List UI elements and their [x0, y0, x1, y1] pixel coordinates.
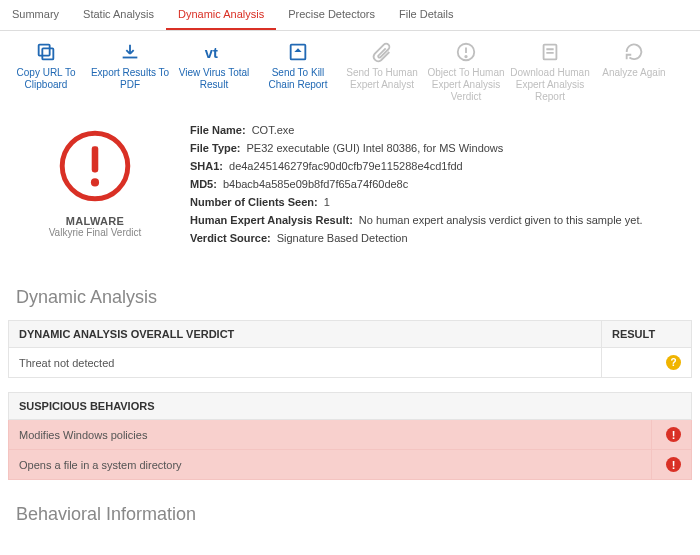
object-verdict-button: Object To Human Expert Analysis Verdict	[426, 41, 506, 103]
export-pdf-button[interactable]: Export Results To PDF	[90, 41, 170, 103]
suspicious-behaviors-table: SUSPICIOUS BEHAVIORS Modifies Windows po…	[8, 392, 692, 480]
tab-static-analysis[interactable]: Static Analysis	[71, 0, 166, 30]
svg-point-9	[91, 178, 99, 186]
suspicious-result: !	[652, 420, 692, 450]
result-header: RESULT	[602, 321, 692, 348]
svg-point-5	[465, 56, 466, 57]
send-human-button: Send To Human Expert Analyst	[342, 41, 422, 103]
meta-sha1: SHA1:de4a245146279fac90d0cfb79e115288e4c…	[190, 157, 680, 175]
suspicious-behavior: Modifies Windows policies	[9, 420, 652, 450]
vt-icon: vt	[203, 41, 225, 63]
alert-icon: !	[666, 427, 681, 442]
meta-source: Verdict Source:Signature Based Detection	[190, 229, 680, 247]
meta-hear: Human Expert Analysis Result:No human ex…	[190, 211, 680, 229]
behavioral-information-title: Behavioral Information	[0, 494, 700, 537]
svg-rect-1	[39, 45, 50, 56]
tab-summary[interactable]: Summary	[0, 0, 71, 30]
verdict-column: MALWARE Valkyrie Final Verdict	[30, 121, 160, 247]
svg-text:vt: vt	[205, 45, 218, 61]
verdict-name: MALWARE	[66, 215, 124, 227]
file-info-block: MALWARE Valkyrie Final Verdict File Name…	[0, 113, 700, 277]
dynamic-analysis-title: Dynamic Analysis	[0, 277, 700, 320]
copy-url-button[interactable]: Copy URL To Clipboard	[6, 41, 86, 103]
suspicious-behavior: Opens a file in a system directory	[9, 450, 652, 480]
meta-file-type: File Type:PE32 executable (GUI) Intel 80…	[190, 139, 680, 157]
suspicious-behaviors-header: SUSPICIOUS BEHAVIORS	[9, 393, 692, 420]
tool-label: Export Results To PDF	[90, 67, 170, 91]
tool-label: Copy URL To Clipboard	[6, 67, 86, 91]
tool-label: Download Human Expert Analysis Report	[510, 67, 590, 103]
tool-label: View Virus Total Result	[174, 67, 254, 91]
tool-label: Send To Human Expert Analyst	[342, 67, 422, 91]
report-icon	[539, 41, 561, 63]
refresh-icon	[623, 41, 645, 63]
toolbar: Copy URL To Clipboard Export Results To …	[0, 31, 700, 113]
tool-label: Object To Human Expert Analysis Verdict	[426, 67, 506, 103]
copy-icon	[35, 41, 57, 63]
alert-icon: !	[666, 457, 681, 472]
suspicious-result: !	[652, 450, 692, 480]
tab-dynamic-analysis[interactable]: Dynamic Analysis	[166, 0, 276, 30]
send-icon	[287, 41, 309, 63]
overall-verdict-value: Threat not detected	[9, 348, 602, 378]
analyze-again-button: Analyze Again	[594, 41, 674, 103]
alert-icon	[455, 41, 477, 63]
malware-icon	[54, 125, 136, 207]
overall-verdict-header: DYNAMIC ANALYSIS OVERALL VERDICT	[9, 321, 602, 348]
tool-label: Analyze Again	[602, 67, 665, 79]
overall-verdict-result: ?	[602, 348, 692, 378]
download-report-button: Download Human Expert Analysis Report	[510, 41, 590, 103]
tab-file-details[interactable]: File Details	[387, 0, 465, 30]
question-icon: ?	[666, 355, 681, 370]
table-row: Threat not detected ?	[9, 348, 692, 378]
tab-precise-detectors[interactable]: Precise Detectors	[276, 0, 387, 30]
overall-verdict-table: DYNAMIC ANALYSIS OVERALL VERDICT RESULT …	[8, 320, 692, 378]
download-icon	[119, 41, 141, 63]
table-row: Opens a file in a system directory !	[9, 450, 692, 480]
virustotal-button[interactable]: vt View Virus Total Result	[174, 41, 254, 103]
tool-label: Send To Kill Chain Report	[258, 67, 338, 91]
svg-rect-8	[92, 146, 99, 172]
tabs: Summary Static Analysis Dynamic Analysis…	[0, 0, 700, 31]
meta-clients: Number of Clients Seen:1	[190, 193, 680, 211]
meta-md5: MD5:b4bacb4a585e09b8fd7f65a74f60de8c	[190, 175, 680, 193]
verdict-subtitle: Valkyrie Final Verdict	[49, 227, 142, 238]
svg-rect-0	[42, 48, 53, 59]
file-meta: File Name:COT.exe File Type:PE32 executa…	[190, 121, 680, 247]
kill-chain-button[interactable]: Send To Kill Chain Report	[258, 41, 338, 103]
table-row: Modifies Windows policies !	[9, 420, 692, 450]
attach-icon	[371, 41, 393, 63]
meta-file-name: File Name:COT.exe	[190, 121, 680, 139]
